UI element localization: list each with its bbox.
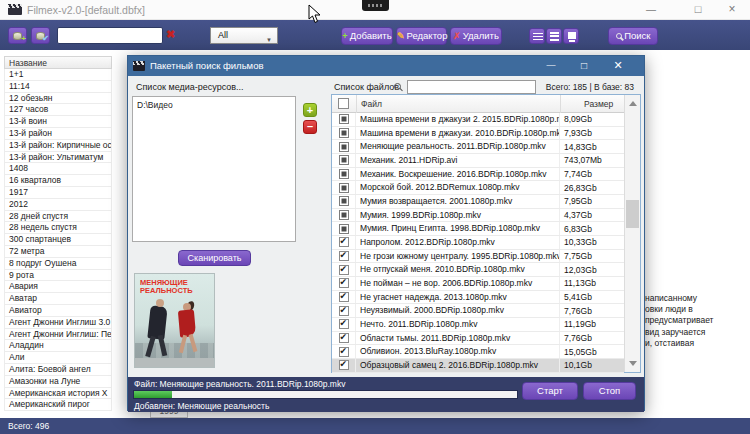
file-checkbox[interactable]: ✔ (339, 224, 349, 234)
add-database-button[interactable]: + (8, 27, 27, 44)
movie-list-item[interactable]: Алита: Боевой ангел (4, 364, 112, 376)
file-checkbox[interactable]: ✔ (339, 333, 349, 343)
view-list-button[interactable] (529, 28, 545, 44)
dialog-titlebar[interactable]: Пакетный поиск фильмов — □ ✕ (128, 56, 644, 76)
movie-list-item[interactable]: 13-й район: Кирпичные особняки (4, 140, 112, 152)
add-folder-button[interactable]: + (303, 103, 317, 117)
movie-list-item[interactable]: 2012 (4, 199, 112, 211)
file-checkbox[interactable]: ✔ (339, 183, 349, 193)
view-grid-button[interactable] (546, 28, 562, 44)
file-table-row[interactable]: ✔ Нечто. 2011.BDRip.1080p.mkv 11,19Gb (332, 318, 624, 332)
file-checkbox[interactable]: ✔ (339, 169, 349, 179)
add-movie-button[interactable]: +Добавить (341, 27, 393, 45)
search-button[interactable]: Поиск (608, 27, 658, 45)
media-resources-listbox[interactable]: D:\Видео (132, 96, 296, 242)
file-checkbox[interactable]: ✔ (339, 237, 349, 247)
column-size[interactable]: Размер (584, 99, 613, 109)
movie-list-item[interactable]: 1917 (4, 187, 112, 199)
select-all-checkbox[interactable] (338, 98, 349, 109)
file-table-row[interactable]: ✔ Не угаснет надежда. 2013.1080p.mkv 5,4… (332, 291, 624, 305)
movie-list-item[interactable]: 13-й воин (4, 116, 112, 128)
movie-list-item[interactable]: 16 кварталов (4, 175, 112, 187)
media-resource-item[interactable]: D:\Видео (133, 97, 295, 110)
file-table-header[interactable]: Файл Размер (332, 95, 624, 113)
file-table-row[interactable]: ✔ Мумия. Принц Египта. 1998.BDRip.1080p.… (332, 222, 624, 236)
movie-list-item[interactable]: 13-й район: Ультиматум (4, 152, 112, 164)
movie-list-item[interactable]: Аладдин (4, 340, 112, 352)
file-checkbox[interactable]: ✔ (339, 128, 349, 138)
file-checkbox[interactable]: ✔ (339, 196, 349, 206)
stop-button[interactable]: Стоп (583, 382, 636, 400)
movie-list-item[interactable]: Американская история X (4, 388, 112, 400)
file-table-row[interactable]: ✔ Неуязвимый. 2000.BDRip.1080p.mkv 7,76G… (332, 304, 624, 318)
movie-list-item[interactable]: 9 рота (4, 270, 112, 282)
file-table-row[interactable]: ✔ Образцовый самец 2. 2016.BDRip.1080p.m… (332, 359, 624, 373)
movie-list-item[interactable]: 300 спартанцев (4, 234, 112, 246)
file-checkbox[interactable]: ✔ (339, 347, 349, 357)
movie-list-item[interactable]: Агент Джонни Инглиш 3.0 (4, 317, 112, 329)
file-table-row[interactable]: ✔ Обливион. 2013.BluRay.1080p.mkv 15,05G… (332, 345, 624, 359)
dialog-minimize-icon[interactable]: — (536, 56, 566, 76)
remove-folder-button[interactable]: – (303, 120, 317, 134)
scroll-down-icon[interactable] (629, 361, 637, 366)
movie-list-header[interactable]: Название (4, 56, 112, 69)
delete-button[interactable]: ✗Удалить (450, 27, 502, 45)
view-thumbnail-button[interactable] (563, 28, 579, 44)
file-checkbox[interactable]: ✔ (339, 319, 349, 329)
movie-list-item[interactable]: 13-й район (4, 128, 112, 140)
movie-list-item[interactable]: 1408 (4, 163, 112, 175)
filter-dropdown[interactable]: All ▼ (210, 27, 278, 44)
movie-list-item[interactable]: 1+1 (4, 69, 112, 81)
file-checkbox[interactable]: ✔ (339, 265, 349, 275)
file-search-input[interactable] (407, 80, 536, 94)
movie-list-item[interactable]: Аватар (4, 293, 112, 305)
file-table-row[interactable]: ✔ Механик. 2011.HDRip.avi 743,07Mb (332, 154, 624, 168)
movie-list-item[interactable]: 8 подруг Оушена (4, 258, 112, 270)
file-checkbox[interactable]: ✔ (339, 114, 349, 124)
scan-button[interactable]: Сканировать (178, 250, 251, 266)
file-table-row[interactable]: ✔ Области тьмы. 2011.BDRip.1080p.mkv 7,7… (332, 332, 624, 346)
edit-database-button[interactable]: ✔ (31, 27, 50, 44)
file-table-row[interactable]: ✔ Механик. Воскрешение. 2016.BDRip.1080p… (332, 168, 624, 182)
close-icon[interactable]: × (715, 0, 749, 20)
file-checkbox[interactable]: ✔ (339, 306, 349, 316)
column-file[interactable]: Файл (361, 99, 382, 109)
movie-list-item[interactable]: Али (4, 352, 112, 364)
movie-list-item[interactable]: Амазонки на Луне (4, 376, 112, 388)
file-checkbox[interactable]: ✔ (339, 251, 349, 261)
file-table-row[interactable]: ✔ Машина времени в джакузи 2. 2015.BDRip… (332, 113, 624, 127)
file-table-scrollbar[interactable] (624, 95, 640, 372)
file-table-row[interactable]: ✔ Мумия. 1999.BDRip.1080p.mkv 4,37Gb (332, 209, 624, 223)
file-table-row[interactable]: ✔ Не пойман – не вор. 2006.BDRip.1080p.m… (332, 277, 624, 291)
file-table-row[interactable]: ✔ Морской бой. 2012.BDRemux.1080p.mkv 26… (332, 181, 624, 195)
editor-button[interactable]: ✎Редактор (396, 27, 447, 45)
movie-list-item[interactable]: Агент Джонни Инглиш: Перезагрузка (4, 329, 112, 341)
file-checkbox[interactable]: ✔ (339, 292, 349, 302)
maximize-icon[interactable]: □ (681, 0, 715, 20)
file-checkbox[interactable]: ✔ (339, 360, 349, 370)
quick-search-input[interactable] (57, 27, 163, 44)
movie-list-item[interactable]: Американский пирог (4, 399, 112, 411)
movie-list-item[interactable]: Авиатор (4, 305, 112, 317)
file-table-row[interactable]: ✔ Меняющие реальность. 2011.BDRip.1080p.… (332, 140, 624, 154)
movie-list-item[interactable]: 28 дней спустя (4, 211, 112, 223)
file-checkbox[interactable]: ✔ (339, 155, 349, 165)
file-table-row[interactable]: ✔ Мумия возвращается. 2001.1080p.mkv 7,9… (332, 195, 624, 209)
movie-list-item[interactable]: 72 метра (4, 246, 112, 258)
file-table-row[interactable]: ✔ Напролом. 2012.BDRip.1080p.mkv 10,33Gb (332, 236, 624, 250)
file-checkbox[interactable]: ✔ (339, 210, 349, 220)
dialog-close-icon[interactable]: ✕ (603, 56, 633, 76)
start-button[interactable]: Старт (522, 382, 578, 400)
movie-list-item[interactable]: 12 обезьян (4, 93, 112, 105)
clear-search-icon[interactable]: ✖ (166, 29, 175, 40)
scroll-up-icon[interactable] (629, 101, 637, 106)
minimize-icon[interactable]: — (634, 0, 668, 20)
movie-list-item[interactable]: 11:14 (4, 81, 112, 93)
file-table-row[interactable]: ✔ Машина времени в джакузи. 2010.BDRip.1… (332, 127, 624, 141)
dialog-maximize-icon[interactable]: □ (569, 56, 599, 76)
scrollbar-thumb[interactable] (626, 200, 639, 228)
movie-list-item[interactable]: Авария (4, 281, 112, 293)
file-checkbox[interactable]: ✔ (339, 278, 349, 288)
movie-list-item[interactable]: 28 недель спустя (4, 222, 112, 234)
file-table-row[interactable]: ✔ Не грози южному централу. 1995.BDRip.1… (332, 250, 624, 264)
